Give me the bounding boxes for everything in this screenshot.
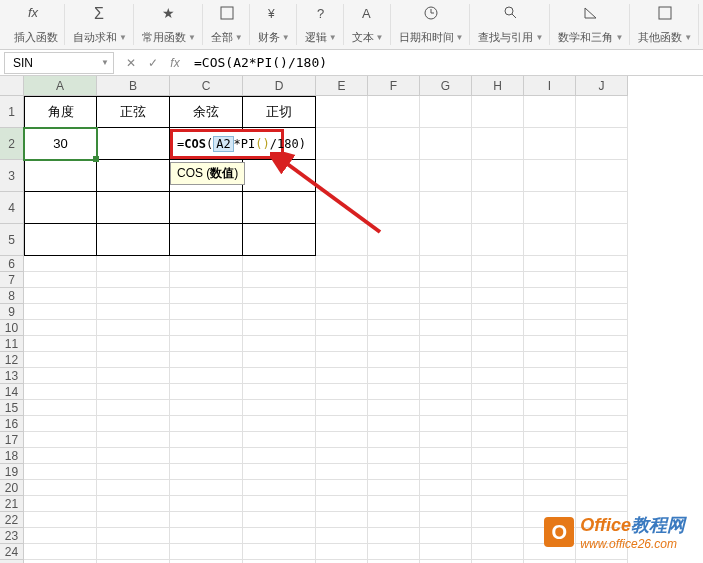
cell[interactable] xyxy=(368,464,420,480)
row-header[interactable]: 3 xyxy=(0,160,24,192)
cell-D1[interactable]: 正切 xyxy=(243,96,316,128)
cell[interactable] xyxy=(170,320,243,336)
cell[interactable] xyxy=(420,336,472,352)
cell[interactable] xyxy=(524,400,576,416)
col-header[interactable]: I xyxy=(524,76,576,96)
cell[interactable] xyxy=(368,96,420,128)
cell[interactable] xyxy=(420,512,472,528)
recent-group[interactable]: ★ 常用函数▼ xyxy=(136,4,203,45)
row-header[interactable]: 23 xyxy=(0,528,24,544)
col-header[interactable]: G xyxy=(420,76,472,96)
cell[interactable] xyxy=(368,256,420,272)
formula-edit-cell[interactable]: =COS(A2*PI()/180) xyxy=(170,129,284,159)
cell[interactable] xyxy=(472,96,524,128)
cell[interactable] xyxy=(420,160,472,192)
cell[interactable] xyxy=(316,416,368,432)
cell[interactable] xyxy=(97,528,170,544)
cell[interactable] xyxy=(420,448,472,464)
cell[interactable] xyxy=(24,464,97,480)
cell[interactable] xyxy=(97,368,170,384)
cell[interactable] xyxy=(170,304,243,320)
cell[interactable] xyxy=(24,160,97,192)
cell[interactable] xyxy=(576,256,628,272)
cell[interactable] xyxy=(24,192,97,224)
row-header[interactable]: 19 xyxy=(0,464,24,480)
cell[interactable] xyxy=(243,544,316,560)
cell[interactable] xyxy=(472,384,524,400)
more-group[interactable]: 其他函数▼ xyxy=(632,4,699,45)
cell[interactable] xyxy=(97,384,170,400)
cell[interactable] xyxy=(420,96,472,128)
cell[interactable] xyxy=(472,272,524,288)
cell[interactable] xyxy=(316,432,368,448)
cell[interactable] xyxy=(243,464,316,480)
cell[interactable] xyxy=(170,256,243,272)
chevron-down-icon[interactable]: ▼ xyxy=(101,58,109,67)
cell[interactable] xyxy=(576,304,628,320)
row-header[interactable]: 7 xyxy=(0,272,24,288)
row-header[interactable]: 4 xyxy=(0,192,24,224)
row-header[interactable]: 21 xyxy=(0,496,24,512)
row-header[interactable]: 10 xyxy=(0,320,24,336)
cell[interactable] xyxy=(576,448,628,464)
cell[interactable] xyxy=(472,256,524,272)
cell[interactable] xyxy=(420,224,472,256)
fx-button[interactable]: fx xyxy=(168,56,182,70)
cell[interactable] xyxy=(24,400,97,416)
cell[interactable] xyxy=(170,448,243,464)
cell[interactable] xyxy=(97,256,170,272)
cell[interactable] xyxy=(243,320,316,336)
cell[interactable] xyxy=(170,528,243,544)
cell[interactable] xyxy=(243,480,316,496)
row-header[interactable]: 15 xyxy=(0,400,24,416)
col-header[interactable]: J xyxy=(576,76,628,96)
col-header[interactable]: B xyxy=(97,76,170,96)
col-header[interactable]: D xyxy=(243,76,316,96)
cell[interactable] xyxy=(97,352,170,368)
cell[interactable] xyxy=(576,272,628,288)
logical-group[interactable]: ? 逻辑▼ xyxy=(299,4,344,45)
cell[interactable] xyxy=(472,544,524,560)
cell[interactable] xyxy=(97,304,170,320)
cell[interactable] xyxy=(524,480,576,496)
cell[interactable] xyxy=(170,416,243,432)
math-group[interactable]: 数学和三角▼ xyxy=(552,4,630,45)
cell[interactable] xyxy=(576,96,628,128)
row-header[interactable]: 6 xyxy=(0,256,24,272)
cell[interactable] xyxy=(576,496,628,512)
cell[interactable] xyxy=(524,464,576,480)
row-header[interactable]: 13 xyxy=(0,368,24,384)
row-header[interactable]: 14 xyxy=(0,384,24,400)
cell[interactable] xyxy=(97,448,170,464)
cell[interactable] xyxy=(24,368,97,384)
cell[interactable] xyxy=(368,432,420,448)
cell[interactable] xyxy=(97,464,170,480)
confirm-button[interactable]: ✓ xyxy=(146,56,160,70)
cell[interactable] xyxy=(368,368,420,384)
row-header[interactable]: 5 xyxy=(0,224,24,256)
cell[interactable] xyxy=(170,400,243,416)
cell-C1[interactable]: 余弦 xyxy=(170,96,243,128)
formula-bar-input[interactable]: =COS(A2*PI()/180) xyxy=(188,55,703,70)
cell[interactable] xyxy=(170,480,243,496)
cell[interactable] xyxy=(420,528,472,544)
cell[interactable] xyxy=(472,464,524,480)
cell[interactable] xyxy=(368,304,420,320)
cell[interactable] xyxy=(243,528,316,544)
cell[interactable] xyxy=(243,272,316,288)
cell[interactable] xyxy=(472,400,524,416)
row-header[interactable]: 8 xyxy=(0,288,24,304)
row-header[interactable]: 20 xyxy=(0,480,24,496)
row-header[interactable]: 17 xyxy=(0,432,24,448)
cell[interactable] xyxy=(24,336,97,352)
cell[interactable] xyxy=(576,192,628,224)
cell[interactable] xyxy=(368,480,420,496)
cell[interactable] xyxy=(316,512,368,528)
cell[interactable] xyxy=(97,496,170,512)
cell[interactable] xyxy=(368,512,420,528)
cell[interactable] xyxy=(316,352,368,368)
cell[interactable] xyxy=(368,336,420,352)
cell[interactable] xyxy=(524,432,576,448)
cell[interactable] xyxy=(420,128,472,160)
cell[interactable] xyxy=(316,528,368,544)
